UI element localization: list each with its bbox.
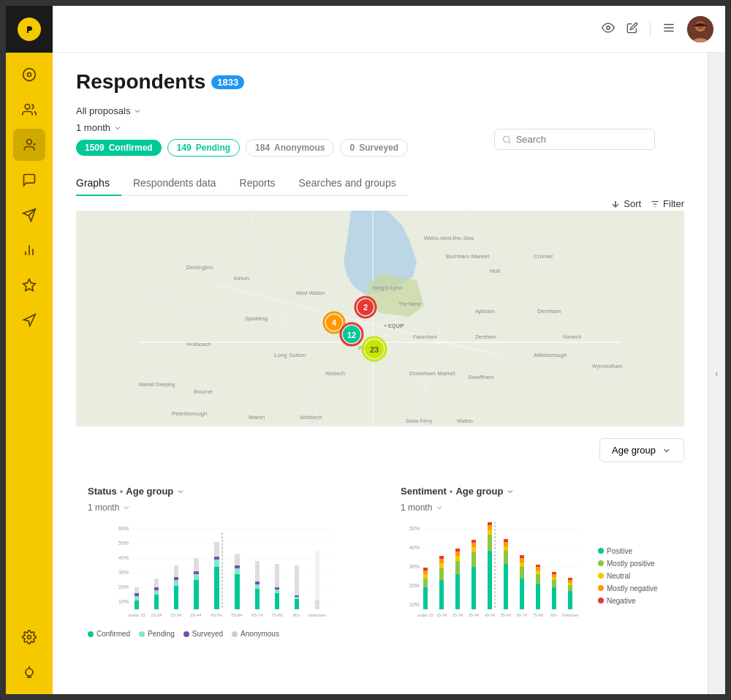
svg-rect-117 bbox=[214, 542, 219, 557]
eye-icon[interactable] bbox=[602, 21, 615, 37]
legend-anonymous: Anonymous bbox=[232, 630, 279, 638]
svg-rect-169 bbox=[455, 556, 460, 561]
svg-rect-123 bbox=[255, 589, 260, 609]
svg-rect-198 bbox=[552, 587, 556, 609]
sidebar-item-people[interactable] bbox=[13, 94, 45, 126]
svg-text:Downham Market: Downham Market bbox=[409, 370, 455, 377]
sidebar-item-charts[interactable] bbox=[13, 234, 45, 266]
svg-text:Burnham Market: Burnham Market bbox=[446, 253, 490, 260]
status-chart-period[interactable]: 1 month bbox=[88, 503, 360, 513]
edit-icon[interactable] bbox=[626, 22, 638, 37]
svg-rect-206 bbox=[568, 580, 572, 583]
tab-searches-groups[interactable]: Searches and groups bbox=[287, 171, 408, 196]
sidebar-item-send[interactable] bbox=[13, 199, 45, 231]
svg-rect-121 bbox=[235, 565, 240, 568]
tab-reports[interactable]: Reports bbox=[228, 171, 287, 196]
main-content: Respondents 1833 All proposals bbox=[53, 53, 708, 694]
avatar[interactable] bbox=[687, 16, 713, 42]
tab-graphs[interactable]: Graphs bbox=[76, 171, 121, 196]
search-input-wrap bbox=[494, 129, 655, 150]
svg-rect-174 bbox=[471, 547, 476, 552]
svg-text:80+: 80+ bbox=[293, 613, 301, 617]
svg-text:30%: 30% bbox=[409, 564, 420, 569]
svg-text:45-54: 45-54 bbox=[485, 613, 495, 617]
svg-text:King's Lynn: King's Lynn bbox=[373, 285, 403, 291]
status-chart-dropdown-icon[interactable] bbox=[176, 487, 185, 496]
svg-text:80+: 80+ bbox=[550, 613, 557, 617]
confirmed-badge[interactable]: 1509 Confirmed bbox=[76, 140, 162, 156]
sidebar-item-analytics[interactable] bbox=[13, 59, 45, 91]
svg-text:10%: 10% bbox=[409, 602, 420, 607]
svg-rect-175 bbox=[471, 543, 476, 547]
right-panel[interactable]: ‹ bbox=[708, 53, 725, 694]
svg-rect-202 bbox=[552, 572, 556, 574]
filter-button[interactable]: Filter bbox=[650, 198, 684, 209]
sidebar-item-settings[interactable] bbox=[13, 621, 45, 653]
svg-point-20 bbox=[28, 636, 31, 639]
sentiment-chart-period[interactable]: 1 month bbox=[401, 503, 673, 513]
menu-icon[interactable] bbox=[662, 21, 675, 37]
svg-point-11 bbox=[27, 140, 32, 145]
app-logo[interactable] bbox=[18, 18, 41, 41]
sidebar-item-favorites[interactable] bbox=[13, 269, 45, 301]
anonymous-badge[interactable]: 184 Anonymous bbox=[246, 139, 334, 157]
map-container: Kirton Donington Spalding Holbeach Long … bbox=[76, 211, 684, 426]
search-input[interactable] bbox=[516, 134, 647, 145]
filter-icon bbox=[650, 199, 660, 209]
sentiment-period-chevron-icon bbox=[435, 503, 444, 512]
svg-text:under 15: under 15 bbox=[417, 613, 433, 617]
legend-neutral: Neutral bbox=[598, 572, 673, 580]
time-filter[interactable]: 1 month bbox=[76, 122, 122, 133]
svg-text:Wisbech: Wisbech bbox=[300, 414, 322, 421]
sentiment-chart-card: Sentiment • Age group 1 month 50% bbox=[389, 474, 684, 650]
legend-confirmed: Confirmed bbox=[88, 630, 130, 638]
sidebar-item-ideas[interactable] bbox=[13, 656, 45, 688]
svg-text:under 15: under 15 bbox=[128, 613, 145, 617]
tabs-area: Graphs Respondents data Reports Searches… bbox=[76, 171, 684, 211]
svg-text:40%: 40% bbox=[118, 555, 129, 560]
sidebar-item-announcements[interactable] bbox=[13, 304, 45, 336]
pending-badge[interactable]: 149 Pending bbox=[167, 139, 240, 157]
svg-text:Wells-next-the-Sea: Wells-next-the-Sea bbox=[424, 235, 474, 241]
status-chart-legend: Confirmed Pending Surveyed Anonymou bbox=[88, 630, 360, 638]
svg-text:Stoke Ferry: Stoke Ferry bbox=[406, 418, 433, 424]
age-group-dropdown[interactable]: Age group bbox=[599, 438, 684, 462]
svg-rect-187 bbox=[504, 539, 508, 542]
svg-rect-173 bbox=[471, 552, 476, 567]
svg-rect-196 bbox=[536, 567, 540, 571]
svg-text:Fakenham: Fakenham bbox=[413, 334, 437, 339]
svg-rect-119 bbox=[235, 574, 240, 609]
svg-rect-127 bbox=[275, 593, 279, 609]
status-chart-card: Status • Age group 1 month 60% 50% bbox=[76, 474, 371, 650]
negative-dot bbox=[598, 598, 604, 603]
svg-text:25-34: 25-34 bbox=[170, 613, 182, 617]
tab-respondents-data[interactable]: Respondents data bbox=[121, 171, 228, 196]
sidebar-item-comments[interactable] bbox=[13, 164, 45, 196]
svg-rect-99 bbox=[135, 596, 139, 601]
svg-rect-129 bbox=[275, 587, 279, 590]
svg-rect-110 bbox=[194, 580, 199, 609]
sentiment-chart-dropdown-icon[interactable] bbox=[506, 487, 515, 496]
svg-text:Aylsham: Aylsham bbox=[475, 309, 495, 315]
svg-rect-158 bbox=[423, 579, 428, 587]
svg-rect-170 bbox=[455, 552, 460, 556]
svg-text:West Walton: West Walton bbox=[296, 290, 325, 296]
svg-text:Bourne: Bourne bbox=[194, 388, 213, 395]
svg-rect-192 bbox=[520, 555, 524, 558]
sort-button[interactable]: Sort bbox=[610, 198, 641, 209]
svg-rect-172 bbox=[471, 567, 476, 609]
svg-rect-128 bbox=[275, 590, 279, 593]
svg-text:35-44: 35-44 bbox=[190, 613, 202, 617]
chevron-down-icon bbox=[133, 107, 142, 116]
svg-text:Unknown: Unknown bbox=[308, 613, 326, 617]
proposal-filter[interactable]: All proposals bbox=[76, 105, 142, 116]
pending-label: Pending bbox=[196, 143, 230, 153]
svg-text:30%: 30% bbox=[118, 570, 129, 575]
svg-text:50%: 50% bbox=[409, 526, 420, 531]
sidebar-item-respondents[interactable] bbox=[13, 129, 45, 161]
svg-rect-160 bbox=[423, 571, 428, 574]
svg-rect-200 bbox=[552, 577, 556, 580]
svg-rect-161 bbox=[423, 568, 428, 571]
surveyed-badge[interactable]: 0 Surveyed bbox=[340, 139, 408, 157]
svg-text:Dereham: Dereham bbox=[537, 308, 561, 315]
